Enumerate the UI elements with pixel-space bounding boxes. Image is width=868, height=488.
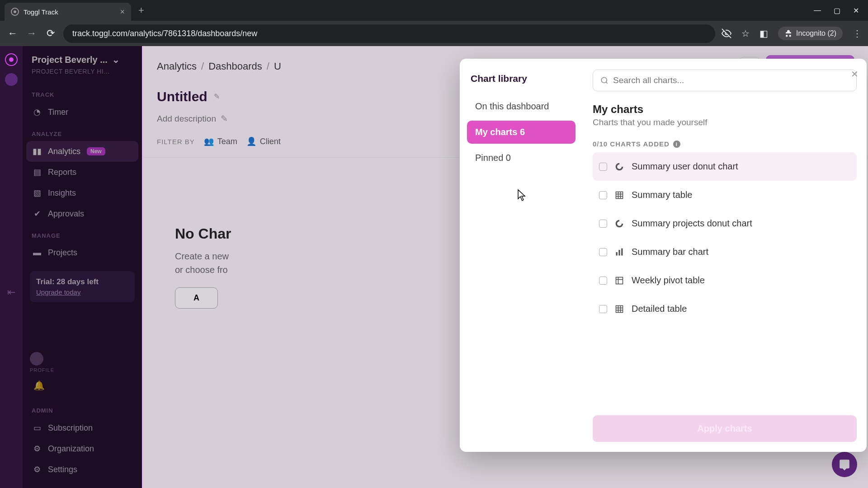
- nav-approvals[interactable]: ✔Approvals: [26, 203, 138, 224]
- nav-insights[interactable]: ▧Insights: [26, 183, 138, 203]
- svg-rect-8: [618, 250, 620, 256]
- reports-icon: ▤: [33, 167, 42, 177]
- my-charts-heading: My charts: [593, 103, 857, 116]
- incognito-badge[interactable]: Incognito (2): [778, 27, 843, 40]
- pivot-icon: [614, 276, 624, 286]
- collapse-sidebar-icon[interactable]: ⇤: [7, 286, 15, 298]
- chart-library-modal: Chart library On this dashboard My chart…: [460, 59, 867, 452]
- close-icon[interactable]: ✕: [851, 69, 859, 80]
- workspace-switcher[interactable]: Project Beverly ... ⌄: [26, 54, 138, 68]
- chart-label: Summary projects donut chart: [632, 218, 752, 229]
- chart-label: Weekly pivot table: [632, 275, 705, 286]
- section-analyze: ANALYZE: [26, 122, 138, 141]
- info-icon[interactable]: i: [673, 141, 680, 148]
- checkbox[interactable]: [599, 163, 607, 171]
- chart-option[interactable]: Summary table: [593, 181, 857, 209]
- url-bar[interactable]: track.toggl.com/analytics/7861318/dashbo…: [63, 24, 715, 43]
- my-charts-sub: Charts that you made yourself: [593, 117, 857, 127]
- donut-icon: [614, 219, 624, 229]
- main-content: Analytics / Dashboards / U ⌄ 💾Save chang…: [142, 46, 868, 488]
- upgrade-link[interactable]: Upgrade today: [36, 288, 128, 296]
- chart-label: Summary user donut chart: [632, 161, 738, 172]
- nav-subscription[interactable]: ▭Subscription: [26, 418, 138, 438]
- nav-settings[interactable]: ⚙Settings: [26, 459, 138, 480]
- minimize-icon[interactable]: —: [814, 6, 821, 15]
- svg-point-0: [601, 77, 607, 83]
- close-tab-icon[interactable]: ×: [120, 7, 125, 17]
- close-window-icon[interactable]: ✕: [853, 6, 859, 15]
- table-icon: [614, 304, 624, 314]
- nav-projects[interactable]: ▬Projects: [26, 243, 138, 263]
- apply-charts-button[interactable]: Apply charts: [593, 415, 857, 442]
- avatar[interactable]: [30, 352, 43, 366]
- chevron-down-icon: ⌄: [112, 54, 120, 65]
- nav-timer[interactable]: ◔Timer: [26, 102, 138, 122]
- checkbox[interactable]: [599, 305, 607, 313]
- checkbox[interactable]: [599, 277, 607, 285]
- maximize-icon[interactable]: ▢: [834, 6, 840, 15]
- browser-tab[interactable]: Toggl Track ×: [5, 3, 131, 21]
- forward-button[interactable]: →: [25, 28, 38, 39]
- timer-icon: ◔: [33, 107, 42, 117]
- trial-days: Trial: 28 days left: [36, 277, 128, 286]
- nav-reports[interactable]: ▤Reports: [26, 162, 138, 183]
- chart-label: Summary table: [632, 190, 693, 200]
- chart-label: Detailed table: [632, 304, 687, 314]
- eye-off-icon[interactable]: [722, 28, 731, 38]
- bookmark-icon[interactable]: ☆: [741, 28, 750, 39]
- cat-my-charts[interactable]: My charts 6: [467, 121, 576, 144]
- workspace-subtitle: PROJECT BEVERLY HI...: [26, 68, 138, 83]
- org-icon: ⚙: [33, 444, 42, 454]
- gear-icon: ⚙: [33, 465, 42, 474]
- checkbox[interactable]: [599, 220, 607, 228]
- sidebar: Project Beverly ... ⌄ PROJECT BEVERLY HI…: [23, 46, 142, 488]
- modal-title: Chart library: [467, 70, 576, 95]
- rail-secondary-icon[interactable]: [5, 73, 18, 86]
- trial-banner: Trial: 28 days left Upgrade today: [30, 271, 135, 302]
- section-track: TRACK: [26, 83, 138, 102]
- url-text: track.toggl.com/analytics/7861318/dashbo…: [72, 29, 257, 38]
- bell-icon[interactable]: 🔔: [33, 380, 135, 391]
- svg-rect-10: [616, 277, 623, 284]
- nav-analytics[interactable]: ▮▮AnalyticsNew: [26, 141, 138, 162]
- app-rail: ⇤: [0, 46, 23, 488]
- chart-option[interactable]: Detailed table: [593, 295, 857, 323]
- table-icon: [614, 190, 624, 200]
- reload-button[interactable]: ⟳: [44, 28, 57, 39]
- toggl-favicon: [11, 8, 19, 16]
- chart-label: Summary bar chart: [632, 247, 708, 257]
- chart-option[interactable]: Summary bar chart: [593, 238, 857, 266]
- chart-option[interactable]: Weekly pivot table: [593, 266, 857, 295]
- insights-icon: ▧: [33, 188, 42, 198]
- search-field[interactable]: [613, 75, 849, 85]
- card-icon: ▭: [33, 423, 42, 433]
- profile-label: PROFILE: [30, 367, 135, 373]
- new-badge: New: [87, 147, 105, 155]
- rail-toggl-icon[interactable]: [5, 53, 18, 66]
- svg-rect-13: [616, 305, 623, 312]
- chart-option[interactable]: Summary projects donut chart: [593, 209, 857, 238]
- checkbox[interactable]: [599, 191, 607, 199]
- nav-organization[interactable]: ⚙Organization: [26, 438, 138, 459]
- menu-icon[interactable]: ⋮: [853, 28, 862, 39]
- svg-rect-2: [616, 192, 623, 198]
- back-button[interactable]: ←: [6, 28, 19, 39]
- cat-on-dashboard[interactable]: On this dashboard: [467, 95, 576, 118]
- tab-title: Toggl Track: [24, 8, 58, 16]
- side-panel-icon[interactable]: ◧: [760, 28, 768, 39]
- checkbox[interactable]: [599, 248, 607, 256]
- folder-icon: ▬: [33, 248, 42, 258]
- chart-option[interactable]: Summary user donut chart: [593, 152, 857, 181]
- charts-added-count: 0/10 CHARTS ADDED i: [593, 140, 857, 148]
- search-icon: [600, 76, 609, 84]
- new-tab-button[interactable]: +: [135, 5, 148, 16]
- svg-rect-7: [616, 252, 618, 256]
- svg-rect-9: [621, 248, 623, 255]
- cat-pinned[interactable]: Pinned 0: [467, 146, 576, 169]
- svg-line-1: [606, 82, 607, 83]
- search-input[interactable]: [593, 70, 857, 91]
- bar-icon: [614, 247, 624, 257]
- section-admin: ADMIN: [26, 399, 138, 418]
- section-manage: MANAGE: [26, 224, 138, 243]
- donut-icon: [614, 162, 624, 172]
